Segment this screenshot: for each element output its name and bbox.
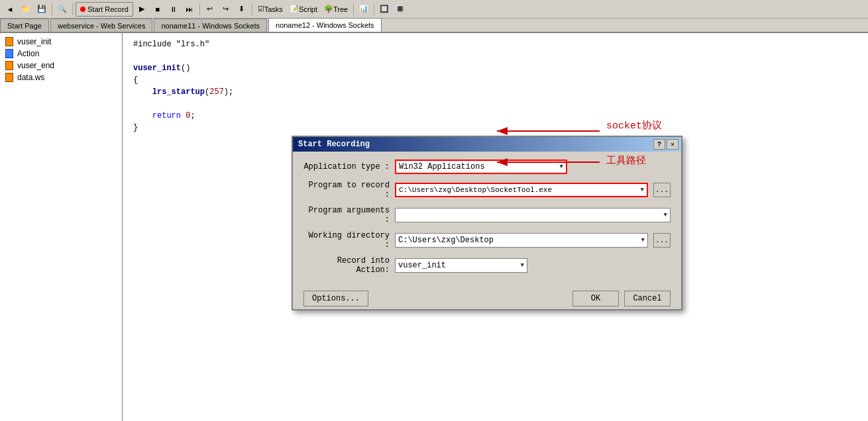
tab-start-page[interactable]: Start Page	[0, 19, 49, 32]
record-into-action-row: Record into Action: vuser_init ▼	[303, 256, 671, 275]
toolbar: ◄ 📁 💾 🔍 Start Record ▶ ■ ⏸ ⏭ ↩ ↪ ⬇ ☑ Tas…	[0, 0, 868, 19]
toolbar-script-btn[interactable]: 📝 Script	[287, 2, 320, 17]
code-line-4: {	[133, 74, 857, 86]
toolbar-sep5	[353, 3, 354, 15]
tab-noname12[interactable]: noname12 - Windows Sockets	[268, 18, 382, 32]
start-recording-dialog: Start Recording ? ✕ Application type : W…	[292, 136, 682, 310]
working-directory-arrow-icon: ▼	[641, 237, 645, 244]
toolbar-step-btn[interactable]: ⏭	[182, 2, 197, 17]
dialog-close-button[interactable]: ✕	[667, 139, 678, 150]
sidebar-item-vuser-end[interactable]: vuser_end	[0, 60, 122, 71]
code-line-2	[133, 50, 857, 62]
record-into-action-select[interactable]: vuser_init ▼	[395, 258, 527, 273]
cancel-button[interactable]: Cancel	[624, 291, 671, 306]
code-line-3: vuser_init()	[133, 62, 857, 74]
working-directory-value: C:\Users\zxg\Desktop	[398, 236, 494, 245]
working-directory-browse-button[interactable]: ...	[653, 233, 671, 248]
code-line-7: return 0;	[133, 110, 857, 122]
toolbar-tasks-btn[interactable]: ☑ Tasks	[255, 2, 286, 17]
options-button[interactable]: Options...	[303, 291, 368, 306]
toolbar-sep2	[72, 3, 73, 15]
program-arguments-select[interactable]: ▼	[395, 208, 671, 222]
tab-webservice[interactable]: webservice - Web Services	[50, 19, 152, 32]
ok-button[interactable]: OK	[572, 291, 619, 306]
application-type-arrow-icon: ▼	[560, 164, 563, 170]
sidebar-item-data-ws[interactable]: data.ws	[0, 71, 122, 83]
toolbar-back-btn[interactable]: ◄	[3, 2, 17, 17]
code-line-6	[133, 98, 857, 110]
program-to-record-value: C:\Users\zxg\Desktop\SocketTool.exe	[399, 186, 552, 194]
toolbar-tree-btn[interactable]: 🌳 Tree	[321, 2, 351, 17]
dialog-buttons-area: Options... OK Cancel	[293, 285, 681, 309]
code-editor[interactable]: #include "lrs.h" vuser_init() { lrs_star…	[123, 33, 868, 421]
program-to-record-arrow-icon: ▼	[641, 187, 644, 193]
toolbar-monitor-btn[interactable]: 📊	[356, 2, 371, 17]
toolbar-sep6	[374, 3, 374, 15]
file-icon-vuser-init	[5, 37, 15, 46]
working-directory-label: Working directory :	[303, 231, 390, 250]
record-into-action-label: Record into Action:	[303, 256, 390, 275]
toolbar-zoom-btn[interactable]: 🔍	[55, 2, 70, 17]
start-record-label: Start Record	[87, 5, 129, 13]
sidebar: vuser_init Action vuser_end data.ws	[0, 33, 123, 421]
code-line-5: lrs_startup(257);	[133, 86, 857, 98]
code-line-8: }	[133, 122, 857, 134]
dialog-titlebar: Start Recording ? ✕	[293, 137, 681, 152]
tab-bar: Start Page webservice - Web Services non…	[0, 19, 868, 33]
toolbar-sep3	[199, 3, 200, 15]
start-record-button[interactable]: Start Record	[76, 2, 133, 17]
dialog-body: Application type : Win32 Applications ▼ …	[293, 152, 681, 285]
tab-noname11[interactable]: noname11 - Windows Sockets	[154, 19, 267, 32]
toolbar-btn7[interactable]: ⬇	[235, 2, 249, 17]
toolbar-save-btn[interactable]: 💾	[34, 2, 49, 17]
main-area: vuser_init Action vuser_end data.ws #inc…	[0, 33, 868, 421]
file-icon-action	[5, 49, 15, 58]
record-dot-icon	[80, 7, 85, 12]
toolbar-sep4	[252, 3, 252, 15]
application-type-label: Application type :	[303, 162, 390, 171]
toolbar-folder-btn[interactable]: 📁	[19, 2, 33, 17]
application-type-value: Win32 Applications	[399, 162, 485, 171]
code-line-1: #include "lrs.h"	[133, 38, 857, 50]
program-to-record-browse-button[interactable]: ...	[653, 183, 671, 197]
sidebar-item-vuser-init[interactable]: vuser_init	[0, 36, 122, 48]
working-directory-select[interactable]: C:\Users\zxg\Desktop ▼	[395, 233, 648, 248]
dialog-title-buttons: ? ✕	[653, 139, 678, 150]
toolbar-stop-btn[interactable]: ■	[150, 2, 165, 17]
ok-cancel-group: OK Cancel	[572, 291, 671, 306]
record-into-action-arrow-icon: ▼	[521, 262, 524, 269]
toolbar-sep1	[52, 3, 52, 15]
dialog-help-button[interactable]: ?	[653, 139, 665, 150]
program-arguments-row: Program arguments : ▼	[303, 206, 671, 224]
toolbar-extra-btn2[interactable]: 🔳	[393, 2, 407, 17]
record-into-action-value: vuser_init	[398, 261, 446, 270]
dialog-title: Start Recording	[298, 140, 370, 149]
sidebar-item-action[interactable]: Action	[0, 48, 122, 60]
toolbar-extra-btn1[interactable]: 🔲	[377, 2, 392, 17]
program-to-record-select[interactable]: C:\Users\zxg\Desktop\SocketTool.exe ▼	[395, 183, 648, 197]
file-icon-vuser-end	[5, 61, 15, 70]
working-directory-row: Working directory : C:\Users\zxg\Desktop…	[303, 231, 671, 250]
program-to-record-row: Program to record : C:\Users\zxg\Desktop…	[303, 181, 671, 199]
application-type-select[interactable]: Win32 Applications ▼	[395, 160, 567, 174]
program-arguments-arrow-icon: ▼	[664, 212, 667, 218]
application-type-row: Application type : Win32 Applications ▼	[303, 160, 671, 174]
program-arguments-label: Program arguments :	[303, 206, 390, 224]
toolbar-play-btn[interactable]: ▶	[135, 2, 149, 17]
program-to-record-label: Program to record :	[303, 181, 390, 199]
toolbar-btn5[interactable]: ↩	[203, 2, 217, 17]
file-icon-data-ws	[5, 73, 15, 82]
toolbar-pause-btn[interactable]: ⏸	[166, 2, 181, 17]
toolbar-btn6[interactable]: ↪	[219, 2, 233, 17]
